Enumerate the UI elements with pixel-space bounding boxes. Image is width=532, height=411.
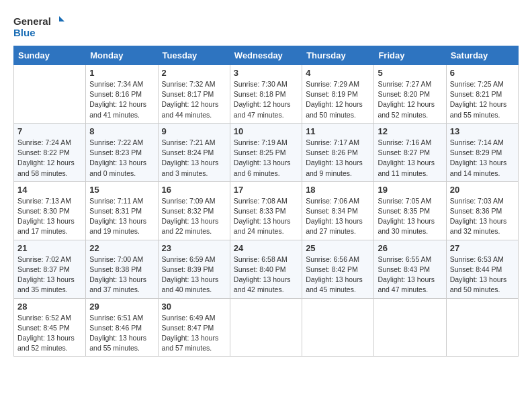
calendar-cell: 5Sunrise: 7:27 AMSunset: 8:20 PMDaylight… [374,65,446,124]
day-number: 15 [89,185,154,195]
calendar-cell: 15Sunrise: 7:11 AMSunset: 8:31 PMDayligh… [86,181,158,240]
day-info: Sunrise: 6:51 AMSunset: 8:46 PMDaylight:… [89,313,154,354]
day-info: Sunrise: 7:24 AMSunset: 8:22 PMDaylight:… [17,138,82,179]
day-number: 10 [234,126,298,136]
day-info: Sunrise: 7:21 AMSunset: 8:24 PMDaylight:… [162,138,226,179]
day-info: Sunrise: 6:58 AMSunset: 8:40 PMDaylight:… [234,255,298,295]
calendar-cell: 23Sunrise: 6:59 AMSunset: 8:39 PMDayligh… [158,240,230,298]
calendar-cell: 13Sunrise: 7:14 AMSunset: 8:29 PMDayligh… [446,123,518,181]
calendar-cell: 21Sunrise: 7:02 AMSunset: 8:37 PMDayligh… [14,240,86,298]
day-of-week-header: Saturday [446,46,518,65]
day-info: Sunrise: 7:30 AMSunset: 8:18 PMDaylight:… [234,79,298,120]
calendar-week-row: 7Sunrise: 7:24 AMSunset: 8:22 PMDaylight… [14,123,519,181]
calendar-cell: 16Sunrise: 7:09 AMSunset: 8:32 PMDayligh… [158,181,230,240]
calendar-week-row: 14Sunrise: 7:13 AMSunset: 8:30 PMDayligh… [14,181,519,240]
calendar-cell: 7Sunrise: 7:24 AMSunset: 8:22 PMDaylight… [14,123,86,181]
calendar-cell [230,298,302,357]
day-info: Sunrise: 7:08 AMSunset: 8:33 PMDaylight:… [234,196,298,237]
day-info: Sunrise: 7:00 AMSunset: 8:38 PMDaylight:… [89,255,154,295]
day-number: 26 [378,243,442,253]
calendar-cell: 20Sunrise: 7:03 AMSunset: 8:36 PMDayligh… [446,181,518,240]
day-number: 30 [162,302,226,312]
calendar-cell: 18Sunrise: 7:06 AMSunset: 8:34 PMDayligh… [302,181,374,240]
day-info: Sunrise: 7:29 AMSunset: 8:19 PMDaylight:… [306,79,370,120]
calendar-cell: 12Sunrise: 7:16 AMSunset: 8:27 PMDayligh… [374,123,446,181]
calendar-cell: 3Sunrise: 7:30 AMSunset: 8:18 PMDaylight… [230,65,302,124]
day-number: 8 [89,126,154,136]
day-number: 12 [378,126,442,136]
calendar-cell: 4Sunrise: 7:29 AMSunset: 8:19 PMDaylight… [302,65,374,124]
calendar-cell: 27Sunrise: 6:53 AMSunset: 8:44 PMDayligh… [446,240,518,298]
calendar-week-row: 28Sunrise: 6:52 AMSunset: 8:45 PMDayligh… [14,298,519,357]
day-of-week-header: Thursday [302,46,374,65]
day-info: Sunrise: 7:16 AMSunset: 8:27 PMDaylight:… [378,138,442,179]
day-number: 9 [162,126,226,136]
day-info: Sunrise: 7:27 AMSunset: 8:20 PMDaylight:… [378,79,442,120]
calendar-cell: 10Sunrise: 7:19 AMSunset: 8:25 PMDayligh… [230,123,302,181]
day-number: 2 [162,68,226,78]
day-number: 24 [234,243,298,253]
day-number: 14 [17,185,82,195]
calendar-cell [302,298,374,357]
day-info: Sunrise: 7:32 AMSunset: 8:17 PMDaylight:… [162,79,226,120]
day-info: Sunrise: 7:03 AMSunset: 8:36 PMDaylight:… [450,196,515,237]
calendar-cell: 9Sunrise: 7:21 AMSunset: 8:24 PMDaylight… [158,123,230,181]
logo: General Blue [13,13,67,40]
day-number: 4 [306,68,370,78]
calendar-cell: 30Sunrise: 6:49 AMSunset: 8:47 PMDayligh… [158,298,230,357]
calendar-cell: 8Sunrise: 7:22 AMSunset: 8:23 PMDaylight… [86,123,158,181]
calendar-cell: 26Sunrise: 6:55 AMSunset: 8:43 PMDayligh… [374,240,446,298]
day-info: Sunrise: 7:25 AMSunset: 8:21 PMDaylight:… [450,79,515,120]
day-number: 16 [162,185,226,195]
calendar-cell [14,65,86,124]
page-header: General Blue [13,13,519,40]
calendar-cell [374,298,446,357]
day-of-week-header: Wednesday [230,46,302,65]
day-of-week-header: Monday [86,46,158,65]
calendar-cell: 11Sunrise: 7:17 AMSunset: 8:26 PMDayligh… [302,123,374,181]
calendar-body: 1Sunrise: 7:34 AMSunset: 8:16 PMDaylight… [14,65,519,357]
day-number: 1 [89,68,154,78]
day-info: Sunrise: 6:52 AMSunset: 8:45 PMDaylight:… [17,313,82,354]
day-number: 19 [378,185,442,195]
days-of-week-row: SundayMondayTuesdayWednesdayThursdayFrid… [14,46,519,65]
calendar-cell: 22Sunrise: 7:00 AMSunset: 8:38 PMDayligh… [86,240,158,298]
day-info: Sunrise: 7:22 AMSunset: 8:23 PMDaylight:… [89,138,154,179]
day-info: Sunrise: 7:06 AMSunset: 8:34 PMDaylight:… [306,196,370,237]
calendar-header: SundayMondayTuesdayWednesdayThursdayFrid… [14,46,519,65]
calendar-cell: 14Sunrise: 7:13 AMSunset: 8:30 PMDayligh… [14,181,86,240]
calendar-cell: 6Sunrise: 7:25 AMSunset: 8:21 PMDaylight… [446,65,518,124]
day-number: 25 [306,243,370,253]
day-number: 28 [17,302,82,312]
day-of-week-header: Tuesday [158,46,230,65]
day-info: Sunrise: 7:17 AMSunset: 8:26 PMDaylight:… [306,138,370,179]
day-info: Sunrise: 6:59 AMSunset: 8:39 PMDaylight:… [162,255,226,295]
day-number: 23 [162,243,226,253]
day-number: 21 [17,243,82,253]
day-number: 5 [378,68,442,78]
day-info: Sunrise: 6:55 AMSunset: 8:43 PMDaylight:… [378,255,442,295]
day-info: Sunrise: 7:09 AMSunset: 8:32 PMDaylight:… [162,196,226,237]
day-info: Sunrise: 6:49 AMSunset: 8:47 PMDaylight:… [162,313,226,354]
day-number: 27 [450,243,515,253]
calendar-cell: 19Sunrise: 7:05 AMSunset: 8:35 PMDayligh… [374,181,446,240]
day-info: Sunrise: 7:13 AMSunset: 8:30 PMDaylight:… [17,196,82,237]
day-number: 17 [234,185,298,195]
day-number: 11 [306,126,370,136]
day-number: 29 [89,302,154,312]
day-info: Sunrise: 7:11 AMSunset: 8:31 PMDaylight:… [89,196,154,237]
day-number: 6 [450,68,515,78]
calendar-cell: 17Sunrise: 7:08 AMSunset: 8:33 PMDayligh… [230,181,302,240]
calendar-cell: 29Sunrise: 6:51 AMSunset: 8:46 PMDayligh… [86,298,158,357]
calendar-cell [446,298,518,357]
day-of-week-header: Sunday [14,46,86,65]
calendar-table: SundayMondayTuesdayWednesdayThursdayFrid… [13,46,519,357]
day-number: 22 [89,243,154,253]
day-info: Sunrise: 6:53 AMSunset: 8:44 PMDaylight:… [450,255,515,295]
day-info: Sunrise: 7:34 AMSunset: 8:16 PMDaylight:… [89,79,154,120]
day-number: 13 [450,126,515,136]
day-info: Sunrise: 7:05 AMSunset: 8:35 PMDaylight:… [378,196,442,237]
day-number: 18 [306,185,370,195]
day-of-week-header: Friday [374,46,446,65]
logo-svg: General Blue [13,13,67,40]
